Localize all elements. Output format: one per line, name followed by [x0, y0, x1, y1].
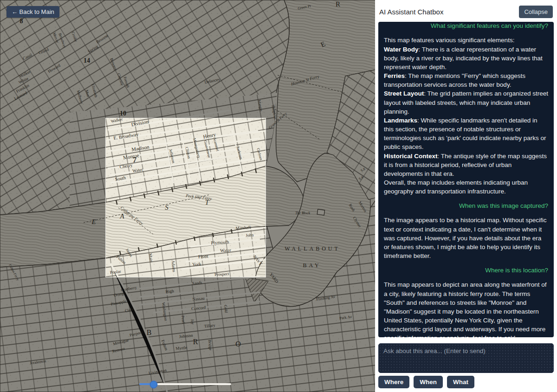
ai-assistant-panel: AI Assistant Chatbox Collapse to "Ferry"… [375, 0, 557, 392]
zoom-slider[interactable] [139, 380, 231, 388]
map-label: Pearl [181, 315, 186, 324]
collapse-button[interactable]: Collapse [519, 6, 553, 18]
map-pane: WalkerDivisionE. BroadwayHenryMadisonMon… [0, 0, 375, 392]
map-label: R [193, 338, 198, 346]
map-label: WALLABOUT [285, 245, 340, 252]
map-label: E [91, 218, 96, 225]
chat-input[interactable] [378, 343, 554, 373]
chat-message-assistant: This map features various significant el… [384, 36, 548, 196]
chat-header: AI Assistant Chatbox Collapse [378, 5, 554, 22]
chat-title: AI Assistant Chatbox [379, 8, 443, 16]
chat-message-user: Where is this location? [384, 266, 548, 275]
chat-message-assistant: This map appears to depict an area along… [384, 280, 548, 337]
map-label: John [246, 233, 254, 238]
quick-button-when[interactable]: When [414, 376, 443, 388]
map-label: B [147, 328, 152, 336]
map-label: S [165, 204, 168, 211]
map-label: Gold [223, 305, 229, 314]
map-label: York [192, 262, 201, 267]
chat-message-assistant: The image appears to be a historical map… [384, 216, 548, 260]
map-label: High [165, 289, 174, 294]
map-label: The Block [295, 211, 311, 215]
chat-log[interactable]: to "Ferry" suggests a connection to ferr… [378, 22, 554, 337]
back-to-main-button[interactable]: ← Back to Main [6, 6, 59, 18]
map-label: Front [198, 253, 208, 259]
map-label: A [119, 212, 124, 220]
map-label: Plymouth [211, 239, 229, 245]
quick-button-where[interactable]: Where [378, 376, 409, 388]
quick-button-what[interactable]: What [447, 376, 474, 388]
map-label: 14 [84, 57, 90, 64]
historic-map-image[interactable]: WalkerDivisionE. BroadwayHenryMadisonMon… [0, 0, 375, 392]
map-label: O [235, 340, 241, 348]
map-label: Jay [190, 319, 195, 325]
map-island-the-block [317, 209, 324, 215]
map-label: R [336, 0, 340, 8]
map-label: Water [220, 247, 232, 253]
map-label: 10 [120, 110, 126, 117]
zoom-slider-thumb[interactable] [150, 381, 157, 388]
map-label: 7 [133, 156, 136, 164]
map-label: BAY [303, 262, 321, 269]
chat-message-user: What significant features can you identi… [384, 22, 548, 30]
map-label: 8 [20, 18, 23, 25]
chat-message-user: When was this image captured? [384, 201, 548, 210]
quick-buttons: WhereWhenWhat [378, 376, 554, 388]
